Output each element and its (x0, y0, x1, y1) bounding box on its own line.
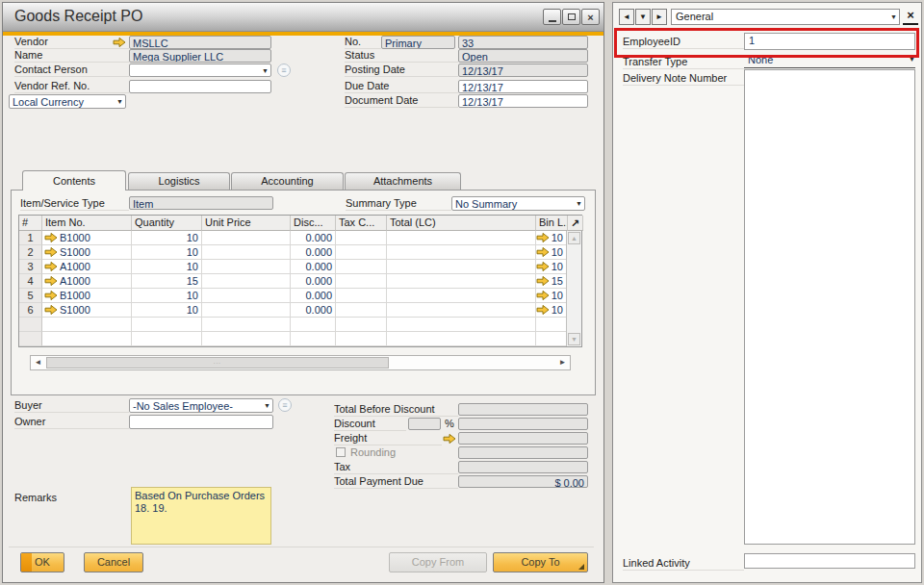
item-no-cell: B1000 (42, 231, 132, 245)
table-row[interactable]: 4 A1000 15 0.000 15 (19, 274, 581, 289)
freight-field[interactable] (458, 432, 588, 445)
tax-code-cell (336, 260, 387, 274)
due-date-field[interactable]: 12/13/17 (458, 80, 588, 93)
transfer-type-dropdown[interactable]: None▼ (744, 54, 915, 68)
discount-cell: 0.000 (291, 260, 336, 274)
link-arrow-icon[interactable] (536, 275, 550, 287)
table-row[interactable]: 3 A1000 10 0.000 10 (19, 260, 581, 274)
total-before-discount-label: Total Before Discount (334, 403, 458, 417)
item-service-type-field[interactable]: Item (129, 196, 273, 210)
tab-contents[interactable]: Contents (22, 170, 126, 191)
link-arrow-icon[interactable] (443, 433, 456, 445)
table-row-empty[interactable] (19, 318, 581, 332)
nav-right-icon[interactable]: ► (652, 9, 667, 25)
copy-to-button[interactable]: Copy To (493, 552, 588, 572)
cancel-button[interactable]: Cancel (84, 552, 143, 572)
table-row[interactable]: 2 S1000 10 0.000 10 (19, 245, 581, 260)
chevron-down-icon[interactable]: ▼ (576, 200, 582, 208)
status-field: Open (458, 49, 588, 63)
link-arrow-icon[interactable] (536, 304, 550, 316)
summary-type-dropdown[interactable]: No Summary▼ (451, 196, 585, 211)
discount-percent-field[interactable] (408, 418, 441, 430)
window-titlebar[interactable]: Goods Receipt PO × (3, 3, 603, 32)
contact-person-label: Contact Person (14, 64, 129, 77)
link-arrow-icon[interactable] (44, 304, 58, 316)
link-arrow-icon[interactable] (113, 37, 126, 48)
udf-side-panel: ◄ ▼ ► General▼ × EmployeeID 1 Transfer T… (612, 2, 922, 583)
scroll-down-icon[interactable]: ▼ (568, 333, 580, 345)
link-arrow-icon[interactable] (44, 290, 58, 301)
col-header-quantity[interactable]: Quantity (132, 216, 202, 231)
link-arrow-icon[interactable] (536, 246, 550, 258)
nav-left-icon[interactable]: ◄ (619, 9, 634, 25)
link-arrow-icon[interactable] (536, 232, 550, 243)
nav-down-icon[interactable]: ▼ (635, 9, 651, 25)
col-header-item-no[interactable]: Item No. (42, 216, 132, 231)
tab-logistics[interactable]: Logistics (128, 172, 230, 190)
col-header-total-lc[interactable]: Total (LC) (387, 216, 536, 231)
chevron-down-icon[interactable]: ▼ (264, 402, 270, 410)
remarks-field[interactable]: Based On Purchase Orders 18. 19. (131, 487, 271, 545)
ok-button[interactable]: OK (20, 552, 64, 572)
no-value-field[interactable]: 33 (458, 36, 588, 49)
maximize-icon (568, 13, 576, 20)
choose-from-list-icon[interactable]: ≡ (277, 64, 291, 77)
table-row[interactable]: 6 S1000 10 0.000 10 (19, 303, 581, 318)
posting-date-field[interactable]: 12/13/17 (458, 64, 588, 77)
delivery-note-field[interactable] (744, 69, 915, 545)
link-arrow-icon[interactable] (44, 261, 58, 272)
scroll-right-icon[interactable]: ► (556, 357, 569, 369)
bin-location-cell: 10 (536, 245, 568, 260)
link-arrow-icon[interactable] (536, 261, 550, 272)
col-header-unit-price[interactable]: Unit Price (202, 216, 291, 231)
tax-code-cell (336, 289, 387, 303)
document-date-field[interactable]: 12/13/17 (458, 94, 588, 108)
close-button[interactable]: × (581, 9, 600, 25)
name-field[interactable]: Mega Supplier LLC (129, 49, 271, 63)
discount-cell: 0.000 (291, 245, 336, 260)
col-header-num[interactable]: # (19, 216, 42, 231)
vendor-field[interactable]: MSLLC (129, 36, 271, 49)
goods-receipt-po-window: Goods Receipt PO × Vendor MSLLC Name Meg… (2, 2, 604, 583)
tab-accounting[interactable]: Accounting (231, 172, 344, 190)
col-header-bin-location[interactable]: Bin L... (536, 216, 568, 231)
contact-person-dropdown[interactable]: ▼ (129, 64, 271, 77)
chevron-down-icon[interactable]: ▼ (890, 13, 897, 21)
chevron-down-icon[interactable]: ▼ (909, 56, 915, 64)
unit-price-cell (202, 245, 291, 260)
no-series-field[interactable]: Primary (381, 36, 455, 49)
minimize-button[interactable] (543, 9, 561, 25)
scroll-left-icon[interactable]: ◄ (32, 357, 44, 369)
owner-field[interactable] (129, 415, 273, 429)
chevron-down-icon[interactable]: ▼ (262, 67, 269, 75)
link-arrow-icon[interactable] (44, 275, 58, 287)
horizontal-scrollbar[interactable]: ◄ ∙∙∙ ► (30, 355, 571, 370)
bin-location-cell: 10 (536, 260, 568, 274)
category-dropdown[interactable]: General▼ (671, 9, 900, 25)
col-header-tax-code[interactable]: Tax C... (336, 216, 387, 231)
vertical-scrollbar[interactable]: ▲ ▼ (566, 231, 581, 346)
posting-date-label: Posting Date (345, 64, 458, 77)
rounding-checkbox[interactable] (336, 447, 346, 457)
currency-dropdown[interactable]: Local Currency▼ (9, 94, 126, 109)
tab-attachments[interactable]: Attachments (345, 172, 461, 190)
table-row[interactable]: 5 B1000 10 0.000 10 (19, 289, 581, 303)
maximize-button[interactable] (562, 9, 580, 25)
link-arrow-icon[interactable] (536, 290, 550, 301)
buyer-dropdown[interactable]: -No Sales Employee-▼ (129, 398, 273, 413)
table-row[interactable]: 1 B1000 10 0.000 10 (19, 231, 581, 245)
scroll-up-icon[interactable]: ▲ (568, 232, 580, 244)
link-arrow-icon[interactable] (44, 232, 58, 243)
employee-id-field[interactable]: 1 (744, 33, 915, 50)
panel-close-icon[interactable]: × (903, 8, 918, 25)
expand-grid-icon[interactable]: ↗ (568, 216, 583, 231)
scrollbar-thumb[interactable]: ∙∙∙ (46, 357, 389, 369)
table-row-empty[interactable] (19, 332, 581, 346)
link-arrow-icon[interactable] (44, 246, 58, 258)
col-header-discount[interactable]: Disc... (291, 216, 336, 231)
chevron-down-icon[interactable]: ▼ (116, 98, 123, 106)
choose-from-list-icon[interactable]: ≡ (278, 398, 292, 412)
total-lc-cell (387, 274, 536, 289)
vendor-ref-field[interactable] (129, 80, 271, 93)
linked-activity-field[interactable] (744, 553, 915, 569)
